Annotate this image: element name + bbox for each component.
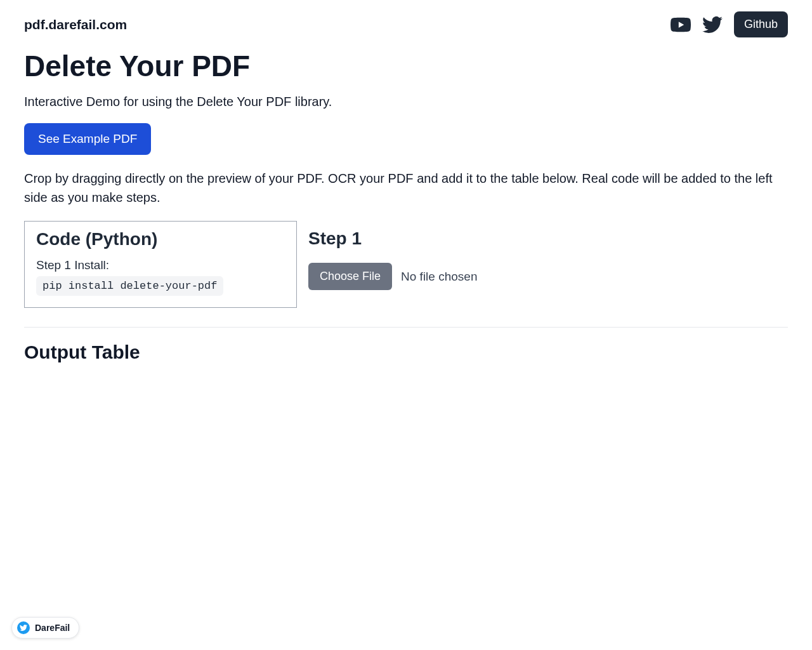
github-button[interactable]: Github xyxy=(734,11,788,37)
choose-file-button[interactable]: Choose File xyxy=(308,263,392,290)
header-actions: Github xyxy=(671,11,788,37)
code-snippet: pip install delete-your-pdf xyxy=(36,276,223,296)
step-panel: Step 1 Choose File No file chosen xyxy=(296,221,788,308)
twitter-badge-icon xyxy=(17,621,30,634)
file-input-row: Choose File No file chosen xyxy=(308,263,776,290)
youtube-icon[interactable] xyxy=(671,15,691,35)
page-subtitle: Interactive Demo for using the Delete Yo… xyxy=(24,95,788,109)
page-title: Delete Your PDF xyxy=(24,49,788,83)
section-divider xyxy=(24,327,788,328)
site-name[interactable]: pdf.darefail.com xyxy=(24,17,127,32)
twitter-icon[interactable] xyxy=(702,15,723,35)
page-description: Crop by dragging directly on the preview… xyxy=(24,169,788,207)
file-status-text: No file chosen xyxy=(401,270,477,284)
step-panel-heading: Step 1 xyxy=(308,229,776,249)
header: pdf.darefail.com Github xyxy=(24,11,788,37)
badge-text: DareFail xyxy=(35,623,70,633)
code-panel: Code (Python) Step 1 Install: pip instal… xyxy=(24,221,297,308)
code-panel-heading: Code (Python) xyxy=(36,229,285,249)
output-table-heading: Output Table xyxy=(24,342,788,363)
darefail-badge[interactable]: DareFail xyxy=(11,617,79,639)
see-example-button[interactable]: See Example PDF xyxy=(24,123,151,155)
code-step-label: Step 1 Install: xyxy=(36,258,285,272)
panels-row: Code (Python) Step 1 Install: pip instal… xyxy=(24,221,788,308)
